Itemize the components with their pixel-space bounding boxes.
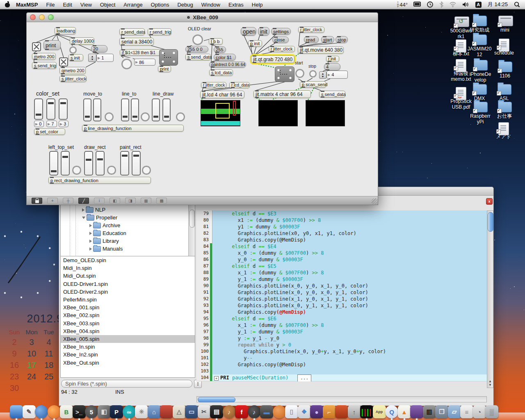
file-row-xbee_out.spin[interactable]: XBee_Out.spin (61, 358, 195, 366)
menu-maxmsp[interactable]: MaxMSP (12, 0, 42, 9)
snap-button[interactable]: ▩ (156, 198, 167, 204)
object-s-send-data[interactable]: s send_data (185, 54, 211, 60)
file-row-xbee_001.spin[interactable]: XBee_001.spin (61, 304, 195, 311)
message-paintrect-0-0-96-64[interactable]: paintrect 0 0 96 64 (209, 62, 246, 68)
message-settings[interactable]: settings (271, 28, 291, 35)
slider-handle[interactable] (51, 170, 57, 172)
object-r-lcd-data[interactable]: r lcd_data (229, 82, 250, 88)
dock-xcode[interactable]: ⌂ (148, 405, 161, 418)
slider[interactable] (34, 98, 43, 120)
slider-handle[interactable] (133, 155, 139, 157)
dock-dashboard[interactable]: 5 (85, 405, 98, 418)
file-row-xbee_003.spin[interactable]: XBee_003.spin (61, 320, 195, 327)
dock-papers-stack[interactable]: ≡ (460, 405, 473, 418)
slider[interactable] (49, 151, 58, 176)
chevron-right-icon[interactable] (89, 224, 92, 227)
dock-terminal[interactable]: >_ (73, 405, 86, 418)
dock-trash[interactable]: ▒ (485, 405, 498, 418)
slider-handle[interactable] (97, 158, 103, 160)
message-20[interactable]: 20 (91, 45, 107, 52)
dock-firefox[interactable] (48, 405, 61, 418)
tree-item-library[interactable]: Library (89, 237, 119, 245)
file-row-demo_oled.spin[interactable]: Demo_OLED.spin (61, 256, 195, 264)
display-menu-icon[interactable] (413, 2, 421, 7)
dock-quicktime-player7[interactable] (273, 405, 286, 418)
object-r-init[interactable]: r init (326, 56, 339, 62)
dock-midi-keyboard[interactable]: ▤ (210, 405, 223, 418)
dock-blueprint-app[interactable]: ▭ (185, 405, 198, 418)
object-s-send-data[interactable]: s send_data (319, 91, 345, 98)
file-row-xbee_004.spin[interactable]: XBee_004.spin (61, 327, 195, 335)
pane-close-button[interactable]: x (486, 198, 493, 205)
file-row-xbee_005.spin[interactable]: XBee_005.spin (61, 335, 195, 343)
slider-handle[interactable] (36, 114, 41, 116)
message-4[interactable]: 4 (324, 63, 340, 71)
dock-luxo-lamp[interactable]: ⌐ (323, 405, 336, 418)
slider-handle[interactable] (122, 155, 128, 157)
message-255[interactable]: 255 (214, 46, 226, 53)
object-jit-qt-grab-720-480[interactable]: jit.qt.grab 720 480 (251, 55, 294, 63)
dock-cube-app[interactable]: ◧ (98, 405, 111, 418)
object-p-rect-drawing-function[interactable]: p rect_drawing_function (48, 177, 151, 184)
slider-handle[interactable] (86, 159, 91, 161)
code-vertical-scrollbar[interactable]: ▲▼ (487, 210, 493, 388)
object-r-jitter-clock[interactable]: r jitter_clock (298, 27, 324, 33)
chevron-right-icon[interactable] (89, 240, 92, 243)
number-box[interactable]: ▶4 (326, 71, 348, 79)
dock-paint-bucket[interactable] (335, 405, 348, 418)
message-stop[interactable]: stop (336, 36, 348, 43)
menu-object[interactable]: Object (96, 0, 120, 9)
object-r-jitter-clock[interactable]: r jitter_clock (269, 46, 295, 52)
tree-item-propeller[interactable]: Propeller (82, 214, 117, 221)
file-filter-dropdown[interactable]: Spin Files (*.spin) ▲▼ (61, 380, 192, 388)
bang-button[interactable] (309, 70, 317, 78)
grid-button[interactable]: ▦ (141, 198, 151, 204)
patchcord-button[interactable]: ╱ (78, 198, 89, 204)
bang-button[interactable] (107, 165, 116, 175)
object-metro-200[interactable]: metro 200 (32, 53, 56, 60)
wifi-menu-icon[interactable] (449, 2, 457, 7)
object-r-send-trig[interactable]: r send_trig (148, 28, 171, 35)
object-s-jitter-clock[interactable]: s jitter_clock (59, 75, 87, 82)
object-p-set-color[interactable]: p set_color (34, 128, 65, 135)
slider[interactable] (59, 98, 68, 120)
slider[interactable] (120, 151, 129, 176)
object-serial-a-38400[interactable]: serial a 38400 (119, 38, 154, 46)
menu-help[interactable]: Help (248, 0, 267, 9)
incdec-stepper[interactable]: ▲▼ (88, 54, 96, 62)
desktop-icon-お仕事[interactable]: お仕事 (491, 101, 518, 119)
spin-file-list[interactable]: Demo_OLED.spinMidi_In.spinMidi_Out.spinO… (60, 256, 195, 378)
dock-imovie[interactable]: ▬ (260, 405, 273, 418)
tree-item-education[interactable]: Education (89, 229, 126, 237)
dock-downloads-stack[interactable]: ❐ (435, 405, 448, 418)
lock-button[interactable] (32, 198, 42, 204)
slider[interactable] (152, 98, 160, 121)
time-machine-menu-icon[interactable] (427, 1, 434, 8)
temperature-status[interactable]: T M P 44° (394, 0, 411, 9)
file-row-xbee_in2.spin[interactable]: XBee_In2.spin (61, 351, 195, 358)
number-box[interactable]: ▶1 (96, 54, 114, 62)
object-s-lcd-data[interactable]: s lcd_data (209, 69, 233, 76)
slider[interactable] (61, 151, 70, 176)
dock-audio-analyzer[interactable] (360, 405, 373, 418)
object-jit-matrix-4-char-96-64[interactable]: jit.matrix 4 char 96 64 (253, 90, 311, 98)
message-open[interactable]: open (241, 27, 256, 36)
dock-text-editor[interactable]: ✎ (23, 405, 36, 418)
object-p-init[interactable]: p init (248, 40, 262, 47)
bang-button[interactable] (72, 165, 82, 175)
object-r-send-data[interactable]: r send_data (119, 28, 145, 35)
resize-grip[interactable] (372, 199, 377, 204)
slider[interactable] (131, 98, 139, 121)
file-row-oled-driver1.spin[interactable]: OLED-Driver1.spin (61, 280, 195, 288)
bring-front-button[interactable]: ◧ (110, 198, 120, 204)
menu-debug[interactable]: Debug (173, 0, 197, 9)
dock-iphoto[interactable]: ❖ (298, 405, 311, 418)
dock-stickies[interactable]: App (373, 405, 386, 418)
tree-item-archive[interactable]: Archive (89, 221, 120, 229)
dock-ipod[interactable]: ▯ (285, 405, 298, 418)
dock-bibdesk[interactable]: B (60, 405, 73, 418)
dock-max-runtime[interactable] (410, 405, 423, 418)
tree-item-nlp[interactable]: NLP (82, 206, 105, 214)
object-s-send-trig[interactable]: s send_trig (32, 62, 57, 69)
menu-file[interactable]: File (42, 0, 59, 9)
